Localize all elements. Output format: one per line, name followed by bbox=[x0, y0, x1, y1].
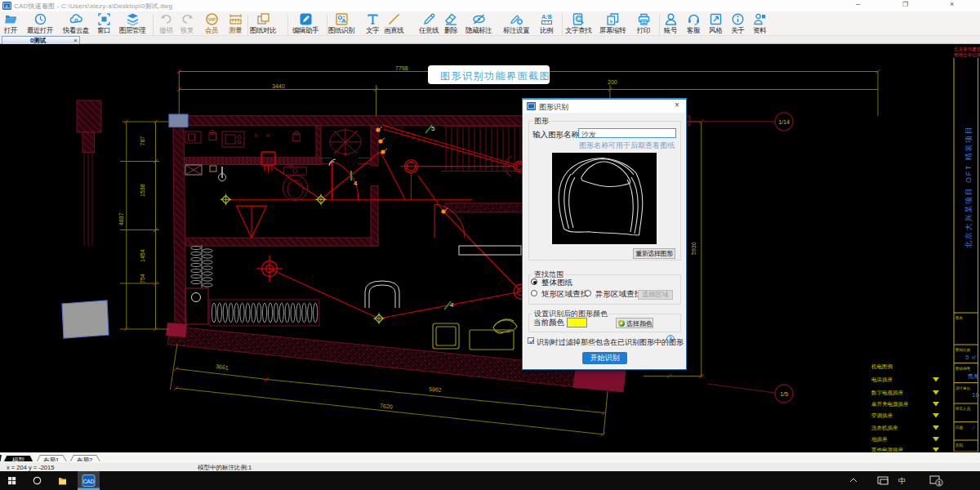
svg-text:图纸会审记录表: 图纸会审记录表 bbox=[954, 52, 980, 58]
svg-text:1538: 1538 bbox=[140, 184, 145, 197]
svg-text:氛星: 氛星 bbox=[968, 373, 979, 379]
svg-text:4837: 4837 bbox=[118, 212, 124, 225]
svg-text:审定人员: 审定人员 bbox=[956, 407, 971, 411]
svg-text:A:B: A:B bbox=[541, 14, 551, 20]
svg-text:北京大兴某项目 OFT 精装项目: 北京大兴某项目 OFT 精装项目 bbox=[964, 125, 973, 248]
svg-text:CAD: CAD bbox=[83, 479, 95, 484]
svg-text:中: 中 bbox=[898, 477, 906, 485]
svg-text:图纸比例: 图纸比例 bbox=[956, 348, 971, 353]
svg-text:空调插座: 空调插座 bbox=[871, 412, 893, 419]
svg-text:3661: 3661 bbox=[216, 363, 229, 371]
svg-text:5: 5 bbox=[431, 125, 435, 132]
svg-text:地插座: 地插座 bbox=[871, 436, 888, 443]
svg-text:页码: 页码 bbox=[955, 443, 964, 448]
svg-text:电话插座: 电话插座 bbox=[871, 376, 893, 383]
svg-text:4: 4 bbox=[450, 301, 454, 309]
svg-text:图名: 图名 bbox=[956, 316, 963, 320]
svg-text:洗衣机插座: 洗衣机插座 bbox=[871, 425, 898, 431]
svg-text:5962: 5962 bbox=[429, 386, 442, 393]
svg-text:设计单位: 设计单位 bbox=[956, 385, 971, 390]
svg-text:7620: 7620 bbox=[380, 403, 393, 410]
svg-text:5930: 5930 bbox=[691, 242, 697, 255]
svg-text:4: 4 bbox=[354, 180, 358, 187]
svg-text:3440: 3440 bbox=[272, 83, 285, 89]
svg-text:787: 787 bbox=[140, 136, 145, 146]
svg-text:200: 200 bbox=[608, 79, 617, 85]
svg-text:日期: 日期 bbox=[956, 425, 964, 430]
svg-text:1/5: 1/5 bbox=[780, 391, 788, 397]
svg-text:7798: 7798 bbox=[395, 65, 408, 71]
svg-text:∕: ∕ bbox=[972, 425, 976, 430]
svg-text:其他电源插座: 其他电源插座 bbox=[871, 447, 904, 452]
svg-text:754: 754 bbox=[140, 274, 145, 283]
svg-text:VIP: VIP bbox=[207, 17, 216, 22]
svg-text:1454: 1454 bbox=[140, 249, 145, 262]
svg-text:1: 1 bbox=[938, 480, 941, 486]
svg-text:1/14: 1/14 bbox=[778, 119, 790, 125]
svg-text:机电图例: 机电图例 bbox=[871, 363, 893, 370]
svg-text:5 ㎡: 5 ㎡ bbox=[965, 354, 978, 361]
svg-text:数字电视插座: 数字电视插座 bbox=[871, 390, 904, 396]
svg-text:16: 16 bbox=[972, 391, 979, 399]
svg-text:北京第伟建筑: 北京第伟建筑 bbox=[953, 47, 980, 52]
svg-text:单开关电源插座: 单开关电源插座 bbox=[871, 401, 909, 408]
svg-text:图纸编号: 图纸编号 bbox=[956, 367, 971, 371]
svg-text:Q: Q bbox=[577, 16, 581, 21]
